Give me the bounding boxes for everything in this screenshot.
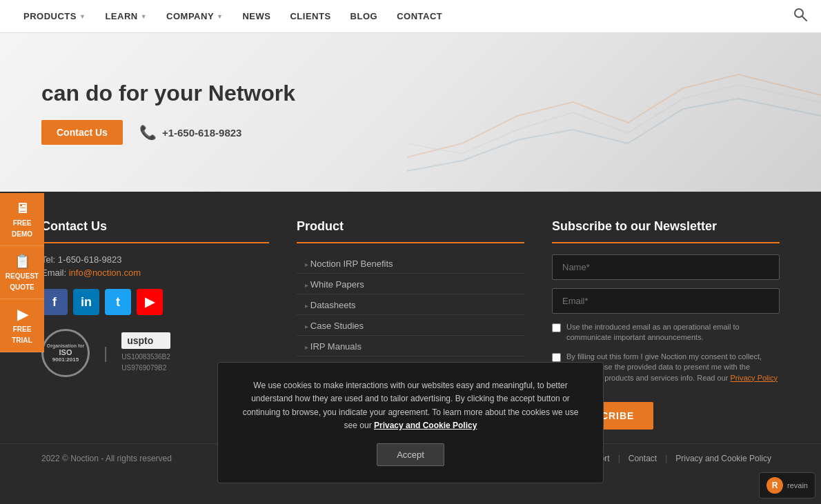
hero-chart-background <box>407 33 821 192</box>
cookie-banner: We use cookies to make interactions with… <box>217 362 604 473</box>
uspto-cert-numbers: US10083536B2 US9769079B2 <box>121 352 170 374</box>
cookie-text: We use cookies to make interactions with… <box>240 379 581 432</box>
free-demo-line2: DEMO <box>12 230 32 239</box>
hero-content: can do for your Network Contact Us 📞 +1-… <box>41 80 295 145</box>
request-quote-line1: REQUEST <box>6 272 39 281</box>
top-navigation: PRODUCTS ▼ LEARN ▼ COMPANY ▼ NEWS CLIENT… <box>0 0 821 33</box>
nav-blog-label: BLOG <box>350 11 378 21</box>
facebook-icon[interactable]: f <box>41 289 68 315</box>
uspto-logo: uspto <box>121 332 170 349</box>
linkedin-label: in <box>81 295 92 310</box>
nav-learn-label: LEARN <box>105 11 137 21</box>
free-trial-line1: FREE <box>13 325 32 334</box>
revain-widget[interactable]: R revain <box>759 472 815 473</box>
nav-products-label: PRODUCTS <box>23 11 77 21</box>
email-link[interactable]: info@noction.com <box>69 268 141 278</box>
nav-clients[interactable]: CLIENTS <box>280 0 340 32</box>
nav-learn[interactable]: LEARN ▼ <box>95 0 157 32</box>
iso-badge: Organisation for ISO 9001:2015 <box>41 329 90 377</box>
search-button[interactable] <box>793 8 807 25</box>
newsletter-checkbox-2[interactable] <box>552 353 561 362</box>
product-link-irp-manuals[interactable]: IRP Manuals <box>297 337 524 356</box>
email-label-prefix: Email: <box>41 268 69 278</box>
hero-phone-number: +1-650-618-9823 <box>162 127 242 139</box>
privacy-policy-link[interactable]: Privacy Policy <box>731 374 778 382</box>
nav-news[interactable]: NEWS <box>233 0 280 32</box>
nav-blog[interactable]: BLOG <box>341 0 388 32</box>
uspto-info: uspto US10083536B2 US9769079B2 <box>121 332 170 374</box>
free-demo-line1: FREE <box>13 219 32 228</box>
bottom-link-privacy[interactable]: Privacy and Cookie Policy <box>667 454 780 463</box>
facebook-label: f <box>52 295 57 310</box>
product-link-white-papers[interactable]: White Papers <box>297 275 524 294</box>
hero-section: can do for your Network Contact Us 📞 +1-… <box>0 33 821 192</box>
hero-phone: 📞 +1-650-618-9823 <box>139 124 242 141</box>
contact-us-title: Contact Us <box>41 219 269 243</box>
hero-cta-row: Contact Us 📞 +1-650-618-9823 <box>41 120 295 145</box>
request-quote-line2: QUOTE <box>10 283 34 292</box>
contact-us-button[interactable]: Contact Us <box>41 120 123 145</box>
product-link-case-studies[interactable]: Case Studies <box>297 316 524 336</box>
cert-divider: | <box>103 343 108 363</box>
nav-learn-arrow: ▼ <box>141 13 147 20</box>
checkbox-1-label: Use the introduced email as an operation… <box>566 322 780 343</box>
hero-title: can do for your Network <box>41 80 295 106</box>
cert-number-2: US9769079B2 <box>121 363 170 374</box>
contact-tel: Tel: 1-650-618-9823 <box>41 254 269 265</box>
svg-point-0 <box>795 9 803 17</box>
linkedin-icon[interactable]: in <box>73 289 99 315</box>
nav-news-label: NEWS <box>242 11 270 21</box>
nav-company-label: COMPANY <box>166 11 214 21</box>
monitor-icon: 🖥 <box>15 200 29 216</box>
play-icon: ▶ <box>17 306 28 323</box>
newsletter-name-input[interactable] <box>552 254 780 280</box>
nav-products-arrow: ▼ <box>79 13 86 20</box>
newsletter-email-input[interactable] <box>552 288 780 314</box>
iso-org-label: Organisation for <box>47 343 84 348</box>
twitter-label: t <box>116 295 120 310</box>
nav-clients-label: CLIENTS <box>290 11 330 21</box>
search-icon <box>793 8 807 21</box>
free-trial-button[interactable]: ▶ FREE TRIAL <box>0 299 44 352</box>
nav-products[interactable]: PRODUCTS ▼ <box>14 0 95 32</box>
cookie-accept-button[interactable]: Accept <box>377 443 444 466</box>
phone-icon: 📞 <box>139 124 157 141</box>
youtube-icon[interactable]: ▶ <box>137 289 163 315</box>
iso-standard-label: ISO <box>59 348 72 356</box>
document-icon: 📋 <box>14 253 31 270</box>
twitter-icon[interactable]: t <box>105 289 131 315</box>
nav-contact-label: CONTACT <box>397 11 442 21</box>
youtube-label: ▶ <box>145 294 155 310</box>
product-link-irp-benefits[interactable]: Noction IRP Benefits <box>297 254 524 274</box>
copyright-text: 2022 © Noction - All rights reserved <box>41 454 172 463</box>
product-link-datasheets[interactable]: Datasheets <box>297 296 524 315</box>
nav-contact[interactable]: CONTACT <box>387 0 452 32</box>
newsletter-title: Subscribe to our Newsletter <box>552 219 780 243</box>
iso-year-label: 9001:2015 <box>52 356 79 363</box>
cookie-policy-link[interactable]: Privacy and Cookie Policy <box>374 421 477 430</box>
request-quote-button[interactable]: 📋 REQUEST QUOTE <box>0 246 44 299</box>
side-buttons-panel: 🖥 FREE DEMO 📋 REQUEST QUOTE ▶ FREE TRIAL <box>0 193 44 352</box>
svg-line-1 <box>802 17 807 21</box>
social-icons-row: f in t ▶ <box>41 289 269 315</box>
newsletter-checkbox-1[interactable] <box>552 323 561 332</box>
nav-company[interactable]: COMPANY ▼ <box>157 0 233 32</box>
bottom-link-contact[interactable]: Contact <box>620 454 665 463</box>
nav-company-arrow: ▼ <box>217 13 223 20</box>
contact-email: Email: info@noction.com <box>41 268 269 278</box>
free-trial-line2: TRIAL <box>12 336 32 345</box>
free-demo-button[interactable]: 🖥 FREE DEMO <box>0 193 44 246</box>
product-title: Product <box>297 219 524 243</box>
cert-number-1: US10083536B2 <box>121 352 170 363</box>
checkbox-row-1: Use the introduced email as an operation… <box>552 322 780 343</box>
